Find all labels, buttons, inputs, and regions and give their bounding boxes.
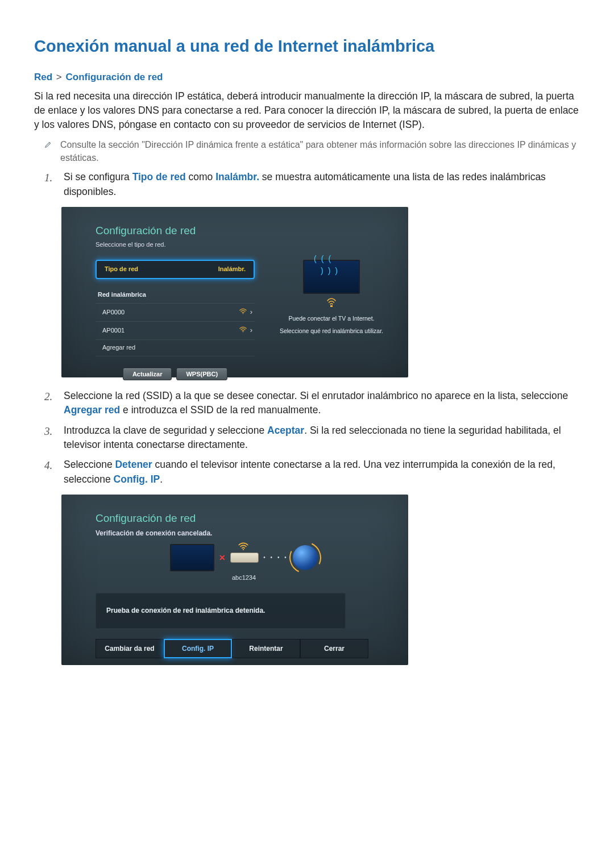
refresh-button[interactable]: Actualizar [123, 368, 172, 380]
add-network-label: Agregar red [102, 343, 135, 352]
svg-point-3 [243, 549, 244, 550]
step-number: 4. [44, 458, 55, 487]
globe-icon [293, 545, 318, 570]
svg-rect-2 [330, 305, 333, 307]
close-button[interactable]: Cerrar [300, 639, 368, 658]
info-text-2: Seleccione qué red inalámbrica utilizar. [271, 327, 392, 335]
page-title: Conexión manual a una red de Internet in… [34, 34, 580, 58]
step-4: 4. Seleccione Detener cuando el televiso… [44, 458, 580, 487]
retry-button[interactable]: Reintentar [232, 639, 300, 658]
note: Consulte la sección "Dirección IP dinámi… [44, 138, 580, 164]
network-type-select[interactable]: Tipo de red Inalámbr. [96, 260, 255, 279]
connection-dots-icon: • • • • [263, 554, 288, 562]
chevron-right-icon: › [250, 325, 252, 336]
router-icon [230, 553, 259, 563]
svg-point-0 [242, 313, 243, 314]
chevron-right-icon: › [250, 307, 252, 318]
screenshot-network-config: Configuración de red Seleccione el tipo … [61, 207, 408, 377]
step-2: 2. Seleccione la red (SSID) a la que se … [44, 389, 580, 418]
dialog-subtitle: Seleccione el tipo de red. [96, 240, 392, 250]
select-label: Tipo de red [105, 265, 138, 274]
dialog-subtitle: Verificación de conexión cancelada. [96, 529, 392, 538]
add-network-row[interactable]: Agregar red [96, 340, 255, 356]
wifi-icon [238, 542, 248, 553]
info-text-1: Puede conectar el TV a Internet. [271, 314, 392, 323]
screenshot-connection-cancelled: Configuración de red Verificación de con… [61, 495, 408, 665]
step-3: 3. Introduzca la clave de seguridad y se… [44, 423, 580, 452]
wps-button[interactable]: WPS(PBC) [176, 368, 227, 380]
status-message: Prueba de conexión de red inalámbrica de… [96, 593, 346, 629]
step-number: 2. [44, 389, 55, 418]
pencil-icon [44, 139, 52, 152]
breadcrumb-separator: > [56, 72, 62, 82]
step-number: 1. [44, 170, 55, 199]
ap-name: AP0000 [102, 308, 125, 317]
change-network-button[interactable]: Cambiar da red [96, 639, 164, 658]
wireless-section-title: Red inalámbrica [96, 287, 255, 304]
breadcrumb: Red > Configuración de red [34, 70, 580, 85]
intro-paragraph: Si la red necesita una dirección IP está… [34, 89, 580, 132]
wifi-icon [239, 308, 247, 318]
breadcrumb-root: Red [34, 72, 52, 82]
step-number: 3. [44, 423, 55, 452]
button-bar: Cambiar da red Config. IP Reintentar Cer… [96, 639, 392, 658]
ap-row[interactable]: AP0001 › [96, 322, 255, 340]
ssid-label: abc1234 [96, 574, 392, 583]
dialog-title: Configuración de red [96, 223, 392, 239]
ap-row[interactable]: AP0000 › [96, 304, 255, 322]
tv-icon [170, 544, 214, 571]
step-1: 1. Si se configura Tipo de red como Inal… [44, 170, 580, 199]
tv-graphic: ((( ))) [303, 260, 360, 294]
ap-name: AP0001 [102, 326, 125, 335]
wifi-icon [239, 326, 247, 336]
select-value: Inalámbr. [218, 265, 246, 274]
breadcrumb-leaf: Configuración de red [66, 72, 163, 82]
config-ip-button[interactable]: Config. IP [164, 639, 232, 658]
wifi-stand-icon [326, 296, 337, 309]
error-x-icon: ✕ [219, 552, 226, 563]
note-text: Consulte la sección "Dirección IP dinámi… [60, 138, 580, 164]
dialog-title: Configuración de red [96, 510, 392, 526]
wifi-waves-icon: ((( ))) [304, 253, 359, 276]
svg-point-1 [242, 331, 243, 332]
